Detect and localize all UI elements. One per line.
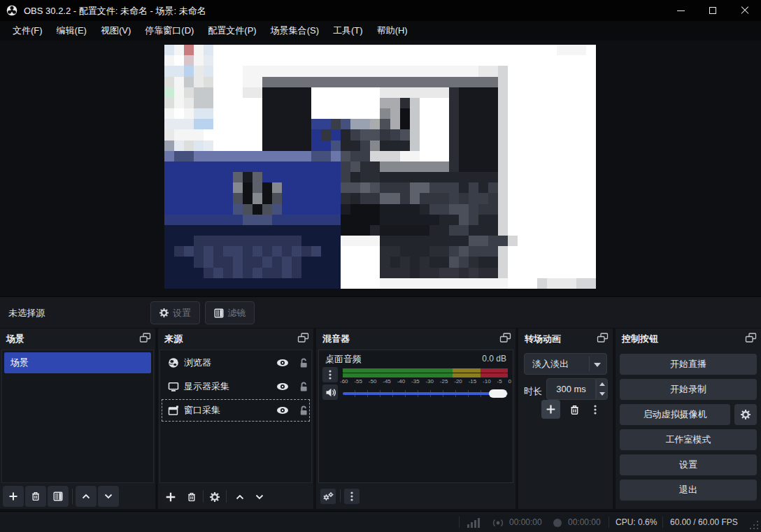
preview-pixel-block (508, 172, 518, 182)
preview-pixel-block (301, 98, 311, 108)
lock-icon[interactable] (299, 358, 308, 368)
volume-slider[interactable] (343, 389, 508, 398)
remove-scene-button[interactable] (25, 486, 46, 507)
preview-pixel-block (488, 182, 498, 193)
mixer-dock-title: 混音器 (322, 333, 350, 345)
preview-pixel-block (194, 215, 204, 225)
close-button[interactable] (729, 0, 761, 21)
preview-pixel-block (253, 151, 262, 161)
advanced-audio-button[interactable] (320, 489, 336, 504)
transitions-dock-header[interactable]: 转场动画 (518, 329, 613, 349)
sources-list[interactable]: 浏览器 (159, 350, 312, 483)
preview-pixel-block (439, 77, 449, 87)
transition-select[interactable]: 淡入淡出 (524, 353, 607, 375)
add-scene-button[interactable] (3, 486, 24, 507)
title-bar[interactable]: OBS 30.2.2 - 配置文件: 未命名 - 场景: 未命名 (0, 0, 761, 21)
menu-profile[interactable]: 配置文件(P) (201, 21, 263, 41)
menu-view[interactable]: 视图(V) (94, 21, 138, 41)
popout-icon[interactable] (597, 333, 609, 343)
scene-move-up-button[interactable] (76, 486, 97, 507)
visibility-eye-icon[interactable] (276, 359, 289, 367)
lock-icon[interactable] (299, 382, 308, 392)
preview-pixel-block (350, 119, 360, 129)
scenes-dock-header[interactable]: 场景 (0, 329, 155, 349)
preview-pixel-block (527, 215, 537, 225)
source-filters-button[interactable]: 滤镜 (205, 301, 255, 324)
preview-pixel-block (508, 141, 518, 151)
speaker-mute-button[interactable] (322, 384, 338, 400)
add-source-button[interactable] (163, 489, 178, 505)
preview-pixel-block (410, 182, 420, 193)
preview-pixel-block (184, 278, 194, 289)
source-move-up-button[interactable] (232, 489, 248, 505)
preview-pixel-block (194, 108, 204, 119)
spinner-down-button[interactable] (597, 389, 607, 400)
source-move-down-button[interactable] (252, 489, 267, 505)
visibility-eye-icon[interactable] (276, 406, 289, 415)
transition-menu-kebab-button[interactable] (590, 401, 601, 418)
controls-dock-header[interactable]: 控制按钮 (616, 329, 761, 349)
source-properties-gear-button[interactable] (207, 489, 222, 505)
popout-icon[interactable] (297, 333, 309, 343)
preview-pixel-block (341, 55, 350, 66)
preview-pixel-block (253, 66, 262, 76)
preview-pixel-block (272, 119, 282, 129)
resize-grip[interactable] (749, 521, 758, 530)
popout-icon[interactable] (745, 333, 757, 343)
preview-pixel-block (547, 236, 557, 246)
preview-pixel-block (420, 87, 429, 98)
maximize-button[interactable] (697, 0, 729, 21)
menu-help[interactable]: 帮助(H) (370, 21, 415, 41)
volume-meter (343, 368, 508, 378)
preview-pixel-block (508, 119, 518, 129)
slider-handle[interactable] (489, 389, 507, 398)
preview-pixel-block (390, 108, 400, 119)
preview-canvas[interactable] (164, 45, 596, 289)
preview-pixel-block (311, 108, 321, 119)
popout-icon[interactable] (499, 333, 511, 343)
menu-docks[interactable]: 停靠窗口(D) (138, 21, 201, 41)
popout-icon[interactable] (139, 333, 151, 343)
remove-source-button[interactable] (184, 489, 199, 505)
settings-button[interactable]: 设置 (620, 454, 757, 475)
scene-item-selected[interactable]: 场景 (4, 352, 151, 373)
menu-file[interactable]: 文件(F) (6, 21, 50, 41)
menu-scene-collection[interactable]: 场景集合(S) (264, 21, 326, 41)
channel-menu-kebab-button[interactable] (322, 367, 338, 382)
menu-tools[interactable]: 工具(T) (326, 21, 370, 41)
start-streaming-button[interactable]: 开始直播 (620, 354, 757, 375)
start-virtual-camera-button[interactable]: 启动虚拟摄像机 (620, 404, 730, 425)
preview-pixel-block (557, 161, 567, 172)
spinner-up-button[interactable] (597, 379, 607, 389)
preview-pixel-block (527, 268, 537, 278)
preview-pixel-block (469, 98, 478, 108)
duration-input[interactable]: 300 ms (546, 378, 596, 400)
scenes-list[interactable]: 场景 (1, 350, 154, 483)
remove-transition-button[interactable] (566, 401, 583, 418)
mixer-menu-kebab-button[interactable] (344, 489, 360, 504)
add-transition-button[interactable] (541, 400, 560, 419)
minimize-button[interactable] (664, 0, 697, 21)
source-properties-button[interactable]: 设置 (150, 301, 200, 324)
preview-pixel-block (204, 129, 213, 140)
sources-dock-header[interactable]: 来源 (158, 329, 313, 349)
scene-move-down-button[interactable] (98, 486, 119, 507)
virtual-camera-settings-button[interactable] (734, 404, 757, 425)
preview-pixel-block (360, 87, 370, 98)
source-row-display-capture[interactable]: 显示器采集 (162, 375, 310, 398)
preview-pixel-block (350, 151, 360, 161)
source-row-browser[interactable]: 浏览器 (162, 352, 310, 374)
exit-button[interactable]: 退出 (620, 480, 757, 501)
source-row-window-capture[interactable]: 窗口采集 (162, 399, 310, 422)
menu-edit[interactable]: 编辑(E) (50, 21, 94, 41)
visibility-eye-icon[interactable] (276, 382, 289, 391)
lock-icon[interactable] (299, 405, 308, 416)
mixer-dock-header[interactable]: 混音器 (316, 329, 515, 349)
preview-pixel-block (174, 141, 184, 151)
scene-filters-button[interactable] (48, 486, 69, 507)
studio-mode-button[interactable]: 工作室模式 (620, 429, 757, 450)
preview-pixel-block (331, 66, 341, 76)
preview-pixel-block (380, 246, 390, 257)
start-recording-button[interactable]: 开始录制 (620, 379, 757, 400)
preview-pixel-block (390, 161, 400, 172)
